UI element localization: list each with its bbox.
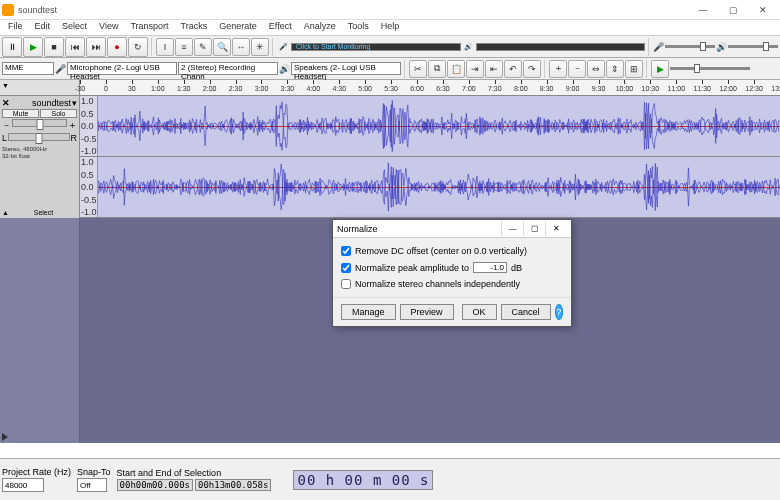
normalize-peak-value[interactable]	[473, 262, 507, 273]
track-collapse[interactable]: ▲	[2, 209, 9, 216]
mic-icon-2: 🎤	[55, 64, 66, 74]
skip-end-button[interactable]: ⏭	[86, 37, 106, 57]
zoom-tool[interactable]: 🔍	[213, 38, 231, 56]
minimize-button[interactable]: —	[688, 1, 718, 19]
edit-toolbar: MME 🎤 Microphone (2- Logi USB Headset 2 …	[0, 58, 780, 80]
help-button[interactable]: ?	[555, 304, 563, 320]
speaker-icon-2: 🔊	[279, 64, 290, 74]
zoom-toggle-button[interactable]: ⊞	[625, 60, 643, 78]
preview-button[interactable]: Preview	[400, 304, 454, 320]
record-device-select[interactable]: Microphone (2- Logi USB Headset	[67, 62, 177, 75]
stop-button[interactable]: ■	[44, 37, 64, 57]
skip-start-button[interactable]: ⏮	[65, 37, 85, 57]
mute-button[interactable]: Mute	[2, 109, 39, 118]
selection-tool[interactable]: I	[156, 38, 174, 56]
amp-scale-right: 1.00.50.0-0.5-1.0	[80, 157, 98, 217]
normalize-stereo-checkbox[interactable]	[341, 279, 351, 289]
manage-button[interactable]: Manage	[341, 304, 396, 320]
app-icon	[2, 4, 14, 16]
record-button[interactable]: ●	[107, 37, 127, 57]
track-format-2: 32-bit float	[2, 153, 77, 159]
track-control-panel[interactable]: ✕soundtest▾ MuteSolo －＋ LR Stereo, 48000…	[0, 96, 80, 218]
zoom-out-button[interactable]: －	[568, 60, 586, 78]
record-volume-slider[interactable]	[665, 45, 715, 48]
timeline-ruler[interactable]: -300301:001:302:002:303:003:304:004:305:…	[80, 80, 780, 96]
transport-toolbar: ⏸ ▶ ■ ⏮ ⏭ ● ↻ I ≡ ✎ 🔍 ↔ ✳ 🎤 Click to Sta…	[0, 36, 780, 58]
snap-to-select[interactable]: Off	[77, 478, 107, 492]
track-format-1: Stereo, 48000Hz	[2, 146, 77, 152]
dialog-close[interactable]: ✕	[545, 221, 567, 236]
waveform-display[interactable]: 1.00.50.0-0.5-1.0 1.00.50.0-0.5-1.0	[80, 96, 780, 218]
selection-start[interactable]: 00h00m00.000s	[117, 479, 193, 491]
pan-slider[interactable]	[8, 133, 69, 141]
add-track-arrow[interactable]	[2, 433, 8, 441]
redo-button[interactable]: ↷	[523, 60, 541, 78]
selection-end[interactable]: 00h13m00.058s	[195, 479, 271, 491]
speaker-icon[interactable]: 🔊	[464, 43, 473, 51]
cut-button[interactable]: ✂	[409, 60, 427, 78]
menu-select[interactable]: Select	[56, 20, 93, 35]
remove-dc-checkbox[interactable]	[341, 246, 351, 256]
draw-tool[interactable]: ✎	[194, 38, 212, 56]
dialog-titlebar[interactable]: Normalize — ▢ ✕	[333, 220, 571, 238]
spk-vol-icon: 🔊	[716, 42, 727, 52]
menu-help[interactable]: Help	[375, 20, 406, 35]
project-rate-select[interactable]: 48000	[2, 478, 44, 492]
selection-toolbar: Project Rate (Hz) 48000 Snap-To Off Star…	[0, 458, 780, 500]
envelope-tool[interactable]: ≡	[175, 38, 193, 56]
snap-to-label: Snap-To	[77, 467, 111, 477]
menu-analyze[interactable]: Analyze	[298, 20, 342, 35]
solo-button[interactable]: Solo	[40, 109, 77, 118]
silence-button[interactable]: ⇤	[485, 60, 503, 78]
play-speed-slider[interactable]	[670, 67, 750, 70]
track-menu[interactable]: ▾	[72, 98, 77, 108]
zoom-in-button[interactable]: ＋	[549, 60, 567, 78]
copy-button[interactable]: ⧉	[428, 60, 446, 78]
menu-effect[interactable]: Effect	[263, 20, 298, 35]
playback-meter[interactable]	[476, 43, 646, 51]
paste-button[interactable]: 📋	[447, 60, 465, 78]
menubar: File Edit Select View Transport Tracks G…	[0, 20, 780, 36]
record-meter-hint: Click to Start Monitoring	[296, 43, 370, 50]
record-channels-select[interactable]: 2 (Stereo) Recording Chann	[178, 62, 278, 75]
dialog-maximize[interactable]: ▢	[523, 221, 545, 236]
timeshift-tool[interactable]: ↔	[232, 38, 250, 56]
playback-device-select[interactable]: Speakers (2- Logi USB Headset)	[291, 62, 401, 75]
gain-slider[interactable]	[12, 119, 67, 127]
track-name[interactable]: soundtest	[32, 98, 71, 108]
menu-edit[interactable]: Edit	[29, 20, 57, 35]
dialog-minimize[interactable]: —	[501, 221, 523, 236]
pause-button[interactable]: ⏸	[2, 37, 22, 57]
record-meter[interactable]: Click to Start Monitoring	[291, 43, 461, 51]
menu-tools[interactable]: Tools	[342, 20, 375, 35]
track-select-label[interactable]: Select	[10, 209, 77, 216]
trim-button[interactable]: ⇥	[466, 60, 484, 78]
fit-selection-button[interactable]: ⇔	[587, 60, 605, 78]
close-button[interactable]: ✕	[748, 1, 778, 19]
maximize-button[interactable]: ▢	[718, 1, 748, 19]
mic-icon[interactable]: 🎤	[279, 43, 288, 51]
menu-generate[interactable]: Generate	[213, 20, 263, 35]
amp-scale-left: 1.00.50.0-0.5-1.0	[80, 96, 98, 156]
loop-button[interactable]: ↻	[128, 37, 148, 57]
cancel-button[interactable]: Cancel	[501, 304, 551, 320]
normalize-stereo-option[interactable]: Normalize stereo channels independently	[341, 279, 563, 289]
play-button[interactable]: ▶	[23, 37, 43, 57]
normalize-peak-checkbox[interactable]	[341, 263, 351, 273]
mic-vol-icon: 🎤	[653, 42, 664, 52]
remove-dc-offset-option[interactable]: Remove DC offset (center on 0.0 vertical…	[341, 246, 563, 256]
menu-view[interactable]: View	[93, 20, 124, 35]
track-close[interactable]: ✕	[2, 98, 31, 108]
fit-project-button[interactable]: ⇕	[606, 60, 624, 78]
menu-transport[interactable]: Transport	[124, 20, 174, 35]
menu-file[interactable]: File	[2, 20, 29, 35]
playback-volume-slider[interactable]	[728, 45, 778, 48]
menu-tracks[interactable]: Tracks	[175, 20, 214, 35]
play-at-speed-button[interactable]: ▶	[651, 60, 669, 78]
undo-button[interactable]: ↶	[504, 60, 522, 78]
ok-button[interactable]: OK	[462, 304, 497, 320]
audio-position[interactable]: 00 h 00 m 00 s	[293, 470, 433, 490]
normalize-peak-option[interactable]: Normalize peak amplitude todB	[341, 262, 563, 273]
multi-tool[interactable]: ✳	[251, 38, 269, 56]
audio-host-select[interactable]: MME	[2, 62, 54, 75]
